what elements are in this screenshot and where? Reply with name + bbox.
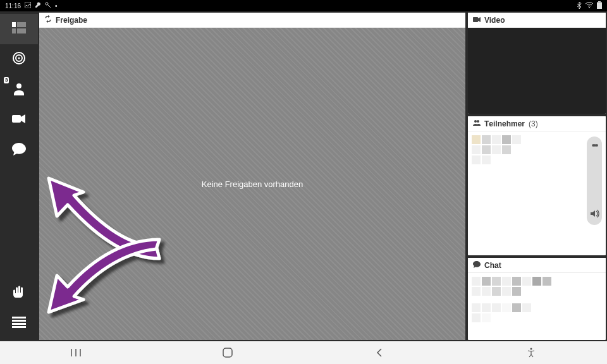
volume-slider[interactable]: ••• — [587, 136, 602, 225]
hand-icon — [12, 285, 26, 301]
bluetooth-icon — [577, 2, 582, 10]
svg-rect-25 — [223, 348, 232, 357]
sync-icon — [44, 15, 52, 25]
person-icon — [12, 82, 26, 98]
camera-icon — [473, 16, 481, 25]
target-icon — [12, 51, 26, 68]
chat-header: Chat — [468, 258, 606, 273]
sidebar-item-participants[interactable]: 3 — [0, 75, 38, 105]
svg-rect-19 — [473, 17, 478, 22]
sidebar-item-menu[interactable] — [0, 308, 38, 339]
svg-rect-14 — [12, 115, 21, 123]
teilnehmer-count: (3) — [529, 119, 538, 128]
chat-title: Chat — [484, 261, 501, 270]
sidebar-item-dashboard[interactable] — [0, 14, 38, 44]
nav-accessibility[interactable] — [518, 341, 544, 364]
key-icon — [45, 2, 51, 9]
dot-icon: • — [55, 3, 58, 9]
people-icon — [473, 119, 481, 128]
android-statusbar: 11:16 • — [0, 0, 607, 11]
svg-point-1 — [46, 3, 48, 5]
home-icon — [223, 348, 233, 358]
battery-icon — [597, 1, 602, 10]
participant-row[interactable] — [472, 155, 602, 164]
back-icon — [376, 348, 383, 358]
video-panel: Video — [468, 13, 606, 114]
nav-home[interactable] — [215, 341, 240, 364]
speaker-icon — [589, 209, 599, 221]
video-body[interactable] — [468, 28, 606, 114]
accessibility-icon — [527, 348, 536, 358]
svg-rect-15 — [12, 317, 26, 318]
chat-bubble-icon — [473, 261, 481, 270]
svg-rect-6 — [12, 22, 16, 27]
svg-rect-4 — [598, 1, 601, 3]
teilnehmer-header: Teilnehmer (3) — [468, 116, 606, 131]
freigabe-panel: Freigabe Keine Freigaben vorhanden — [39, 13, 465, 340]
left-sidebar: 3 — [0, 11, 38, 341]
svg-point-21 — [477, 120, 479, 123]
recent-icon — [70, 348, 82, 357]
chat-icon — [12, 143, 26, 158]
svg-rect-5 — [597, 3, 602, 9]
svg-rect-17 — [12, 323, 26, 325]
freigabe-body: Keine Freigaben vorhanden — [39, 28, 465, 340]
svg-point-3 — [589, 7, 590, 8]
teilnehmer-title: Teilnehmer — [484, 119, 525, 128]
more-icon[interactable]: ••• — [592, 140, 598, 150]
freigabe-header: Freigabe — [39, 13, 465, 28]
teilnehmer-panel: Teilnehmer (3) ••• — [468, 116, 606, 255]
nav-back[interactable] — [367, 341, 392, 364]
chat-body[interactable] — [468, 273, 606, 340]
wrench-icon — [35, 2, 41, 9]
clock: 11:16 — [5, 3, 21, 9]
wifi-icon — [586, 2, 593, 9]
split-arrow-annotation — [39, 161, 204, 318]
grid-icon — [12, 21, 26, 37]
svg-point-12 — [18, 58, 20, 59]
svg-rect-18 — [12, 326, 26, 328]
sidebar-item-chat[interactable] — [0, 135, 38, 166]
sidebar-item-video[interactable] — [0, 105, 38, 135]
svg-point-13 — [16, 83, 21, 88]
android-navbar — [0, 341, 607, 364]
svg-rect-16 — [12, 320, 26, 322]
teilnehmer-body: ••• — [468, 131, 606, 255]
participant-row[interactable] — [472, 145, 602, 154]
freigabe-empty-message: Keine Freigaben vorhanden — [202, 179, 303, 189]
freigabe-title: Freigabe — [56, 16, 87, 25]
chat-panel: Chat — [468, 258, 606, 340]
image-icon — [25, 2, 31, 9]
svg-rect-9 — [17, 28, 26, 33]
svg-rect-8 — [12, 28, 16, 33]
sidebar-item-target[interactable] — [0, 44, 38, 75]
menu-icon — [12, 317, 26, 331]
svg-line-2 — [48, 5, 51, 8]
video-header: Video — [468, 13, 606, 28]
participants-badge: 3 — [4, 77, 9, 83]
svg-point-26 — [530, 348, 532, 350]
sidebar-item-raise-hand[interactable] — [0, 278, 38, 308]
nav-recent[interactable] — [63, 341, 89, 364]
video-title: Video — [484, 16, 505, 25]
camera-icon — [12, 114, 26, 126]
svg-rect-7 — [17, 22, 26, 27]
svg-rect-0 — [25, 2, 31, 8]
svg-point-20 — [474, 120, 477, 123]
participant-row[interactable] — [472, 135, 602, 144]
